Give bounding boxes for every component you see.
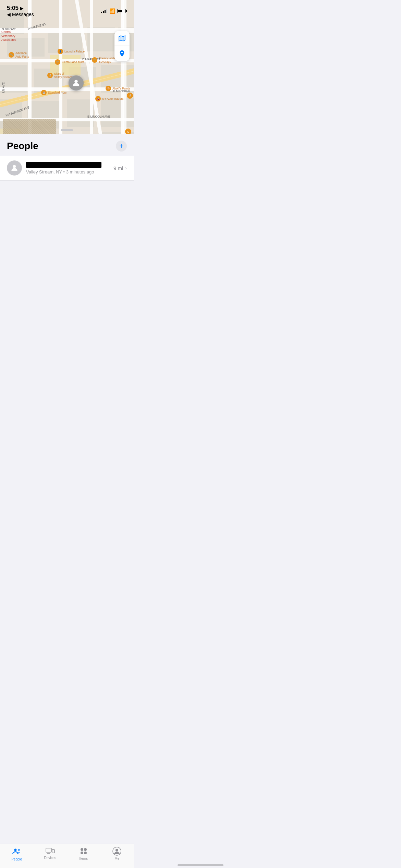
svg-rect-29 [28,0,32,134]
signal-bar-4 [106,9,107,13]
map-view-button[interactable] [114,31,130,46]
location-icon [118,50,126,57]
empty-content-area [0,181,134,249]
signal-bars [101,9,107,13]
wifi-icon: 📶 [109,8,115,14]
svg-rect-30 [59,0,62,134]
map-controls-panel [114,31,130,61]
battery-tip [126,10,127,12]
battery-fill [118,10,122,12]
svg-rect-25 [0,59,134,62]
person-row[interactable]: Valley Stream, NY • 3 minutes ago 9 mi › [0,156,134,181]
signal-bar-3 [105,10,106,13]
status-time: 5:05 ▶ [7,5,34,12]
svg-rect-31 [90,0,93,134]
people-section-header: People + [0,134,134,156]
map-icon [118,34,126,43]
svg-rect-19 [0,129,21,134]
avatar-icon [10,164,19,172]
signal-bar-1 [101,12,102,13]
status-icons: 📶 [101,8,127,14]
back-chevron-icon: ◀ [7,12,11,17]
time-display: 5:05 [7,5,19,12]
sheet-drag-handle[interactable] [61,129,73,131]
battery-body [117,9,126,13]
people-list: Valley Stream, NY • 3 minutes ago 9 mi › [0,156,134,181]
svg-point-38 [13,165,16,168]
back-label: Messages [12,12,34,17]
svg-rect-2 [7,38,45,57]
person-subtitle: Valley Stream, NY • 3 minutes ago [26,169,111,174]
svg-rect-34 [123,0,126,134]
location-button[interactable] [114,46,130,61]
map-svg [0,0,134,134]
svg-rect-18 [50,55,81,75]
svg-rect-13 [101,98,134,127]
people-title: People [7,141,38,152]
user-pin-avatar [71,78,81,88]
chevron-right-icon: › [125,165,127,171]
person-name-redacted [26,162,101,168]
person-info: Valley Stream, NY • 3 minutes ago [26,162,111,174]
svg-rect-17 [101,132,134,134]
bottom-sheet: People + Valley Stream, NY • 3 minutes a… [0,134,134,289]
svg-point-37 [74,80,77,83]
svg-rect-3 [48,33,82,53]
battery-indicator [117,9,127,13]
location-arrow-icon: ▶ [20,6,23,11]
svg-rect-11 [27,101,60,129]
svg-rect-24 [0,28,134,33]
person-distance: 9 mi [113,165,123,171]
map-view[interactable]: W MAPLE ST E MAPLE ST E MERRICK W FAIRVI… [0,0,134,134]
user-location-pin [69,75,84,91]
person-avatar [7,160,22,176]
plus-icon: + [119,142,123,150]
svg-rect-27 [0,118,134,121]
svg-rect-26 [0,87,134,91]
back-button[interactable]: ◀ Messages [7,12,34,17]
signal-bar-2 [103,11,104,13]
status-left: 5:05 ▶ ◀ Messages [7,5,34,17]
add-person-button[interactable]: + [116,141,127,152]
status-bar: 5:05 ▶ ◀ Messages 📶 [0,0,134,20]
